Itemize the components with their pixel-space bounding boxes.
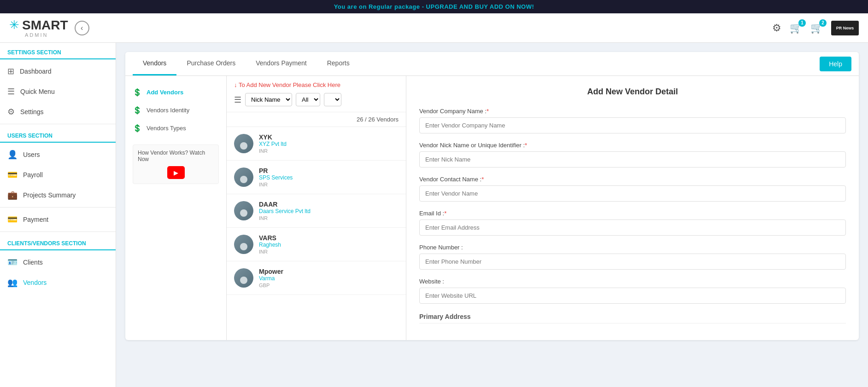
vendors-identity-icon: 💲 bbox=[133, 106, 142, 115]
avatar bbox=[234, 168, 253, 187]
sidebar-item-projects[interactable]: 💼 Projects Summary bbox=[0, 185, 116, 205]
form-group-phone: Phone Number : bbox=[419, 244, 846, 270]
nickname-filter[interactable]: Nick Name bbox=[245, 93, 292, 106]
label-email: Email Id :* bbox=[419, 210, 846, 217]
nav-left: ✳ SMART ADMIN ‹ bbox=[9, 18, 89, 38]
settings-icon: ⚙ bbox=[7, 107, 15, 117]
vendor-company: Daars Service Pvt ltd bbox=[259, 208, 399, 214]
vendor-currency: INR bbox=[259, 182, 399, 187]
vendor-currency: INR bbox=[259, 249, 399, 254]
vendors-identity-menu-item[interactable]: 💲 Vendors Identity bbox=[125, 101, 226, 119]
clients-icon: 🪪 bbox=[7, 257, 18, 267]
sidebar-section-settings: Settings Section bbox=[0, 43, 116, 59]
sidebar-item-quickmenu[interactable]: ☰ Quick Menu bbox=[0, 81, 116, 102]
vendor-menu: 💲 Add Vendors 💲 Vendors Identity 💲 Vendo… bbox=[125, 76, 227, 340]
input-company-name[interactable] bbox=[419, 117, 846, 133]
gear-icon[interactable]: ⚙ bbox=[772, 22, 781, 34]
add-vendor-hint: ↓ To Add New Vendor Please Click Here bbox=[234, 81, 399, 88]
label-phone: Phone Number : bbox=[419, 244, 846, 251]
label-website: Website : bbox=[419, 278, 846, 285]
logo-admin-text: ADMIN bbox=[25, 32, 48, 38]
avatar bbox=[234, 134, 253, 153]
youtube-icon[interactable] bbox=[167, 166, 185, 179]
sidebar-label-settings: Settings bbox=[20, 108, 44, 116]
vendors-types-menu-item[interactable]: 💲 Vendors Types bbox=[125, 119, 226, 137]
input-nick-name[interactable] bbox=[419, 151, 846, 168]
list-item[interactable]: PR SPS Services INR bbox=[227, 161, 406, 194]
primary-address-header: Primary Address bbox=[419, 313, 846, 323]
vendors-identity-label: Vendors Identity bbox=[147, 107, 189, 114]
sidebar-item-payroll[interactable]: 💳 Payroll bbox=[0, 165, 116, 185]
sidebar-label-payment: Payment bbox=[23, 216, 48, 223]
list-item[interactable]: Mpower Varma GBP bbox=[227, 261, 406, 295]
sidebar-section-users: Users Section bbox=[0, 126, 116, 143]
form-group-nick: Vendor Nick Name or Unique Identifier :* bbox=[419, 142, 846, 168]
tab-purchase-orders[interactable]: Purchase Orders bbox=[176, 52, 246, 75]
label-nick: Vendor Nick Name or Unique Identifier :* bbox=[419, 142, 846, 149]
form-group-company: Vendor Company Name :* bbox=[419, 108, 846, 133]
vendor-count-suffix: Vendors bbox=[376, 116, 399, 123]
cart2-icon[interactable]: 🛒 2 bbox=[810, 22, 823, 34]
quickmenu-icon: ☰ bbox=[7, 87, 15, 97]
list-item[interactable]: XYK XYZ Pvt ltd INR bbox=[227, 127, 406, 161]
logo-icon: ✳ bbox=[9, 18, 19, 32]
input-email[interactable] bbox=[419, 219, 846, 236]
vendor-nick: XYK bbox=[259, 133, 399, 141]
vendor-filters: ☰ Nick Name All bbox=[234, 93, 399, 106]
sidebar-label-vendors: Vendors bbox=[23, 279, 47, 286]
sidebar-item-vendors[interactable]: 👥 Vendors bbox=[0, 272, 116, 293]
sidebar-item-settings[interactable]: ⚙ Settings bbox=[0, 102, 116, 122]
input-website[interactable] bbox=[419, 288, 846, 304]
label-company: Vendor Company Name :* bbox=[419, 108, 846, 115]
sidebar-label-payroll: Payroll bbox=[23, 171, 43, 179]
label-contact: Vendor Contact Name :* bbox=[419, 176, 846, 183]
vendors-types-label: Vendors Types bbox=[147, 125, 186, 132]
avatar bbox=[234, 235, 253, 254]
vendor-info: XYK XYZ Pvt ltd INR bbox=[259, 133, 399, 154]
sidebar-item-clients[interactable]: 🪪 Clients bbox=[0, 252, 116, 272]
payment-icon: 💳 bbox=[7, 214, 18, 225]
filter-icon[interactable]: ☰ bbox=[234, 95, 241, 105]
vendor-nick: VARS bbox=[259, 234, 399, 242]
youtube-button[interactable] bbox=[138, 166, 214, 179]
vendor-company: XYZ Pvt ltd bbox=[259, 141, 399, 147]
sidebar-item-users[interactable]: 👤 Users bbox=[0, 144, 116, 165]
add-vendors-menu-item[interactable]: 💲 Add Vendors bbox=[125, 83, 226, 101]
vendor-count-number: 26 / 26 bbox=[357, 116, 375, 123]
logo-smart-text: SMART bbox=[22, 19, 68, 32]
sidebar-label-users: Users bbox=[23, 151, 40, 158]
watch-box: How Vendor Works? Watch Now bbox=[133, 144, 219, 184]
tab-vendors-payment[interactable]: Vendors Payment bbox=[246, 52, 317, 75]
vendors-types-icon: 💲 bbox=[133, 124, 142, 133]
list-item[interactable]: DAAR Daars Service Pvt ltd INR bbox=[227, 194, 406, 228]
tab-vendors[interactable]: Vendors bbox=[133, 52, 176, 75]
sidebar-item-payment[interactable]: 💳 Payment bbox=[0, 209, 116, 230]
tab-reports[interactable]: Reports bbox=[317, 52, 360, 75]
banner-text: You are on Regular package - UPGRADE AND… bbox=[334, 3, 534, 10]
inner-layout: 💲 Add Vendors 💲 Vendors Identity 💲 Vendo… bbox=[125, 76, 859, 340]
form-group-email: Email Id :* bbox=[419, 210, 846, 236]
users-icon: 👤 bbox=[7, 150, 18, 160]
back-button[interactable]: ‹ bbox=[75, 21, 89, 35]
input-phone[interactable] bbox=[419, 254, 846, 270]
input-contact-name[interactable] bbox=[419, 185, 846, 202]
secondary-filter[interactable] bbox=[324, 93, 341, 106]
sidebar-label-dashboard: Dashboard bbox=[20, 68, 52, 75]
top-nav: ✳ SMART ADMIN ‹ ⚙ 🛒 1 🛒 2 PR News bbox=[0, 13, 868, 43]
vendor-list-panel: ↓ To Add New Vendor Please Click Here ☰ … bbox=[227, 76, 406, 340]
vendor-currency: GBP bbox=[259, 283, 399, 288]
vendor-info: DAAR Daars Service Pvt ltd INR bbox=[259, 201, 399, 221]
vendor-company: SPS Services bbox=[259, 174, 399, 181]
list-item[interactable]: VARS Raghesh INR bbox=[227, 228, 406, 261]
vendors-icon: 👥 bbox=[7, 277, 18, 288]
sidebar-item-dashboard[interactable]: ⊞ Dashboard bbox=[0, 61, 116, 81]
help-button[interactable]: Help bbox=[820, 57, 851, 71]
vendor-list-top: ↓ To Add New Vendor Please Click Here ☰ … bbox=[227, 76, 406, 112]
sidebar-section-clients: Clients/Vendors Section bbox=[0, 234, 116, 250]
form-group-contact: Vendor Contact Name :* bbox=[419, 176, 846, 202]
cart1-badge: 1 bbox=[798, 19, 806, 27]
required-star: * bbox=[487, 108, 489, 115]
cart1-icon[interactable]: 🛒 1 bbox=[790, 22, 802, 34]
pr-news-logo: PR News bbox=[831, 21, 859, 35]
all-filter[interactable]: All bbox=[296, 93, 320, 106]
